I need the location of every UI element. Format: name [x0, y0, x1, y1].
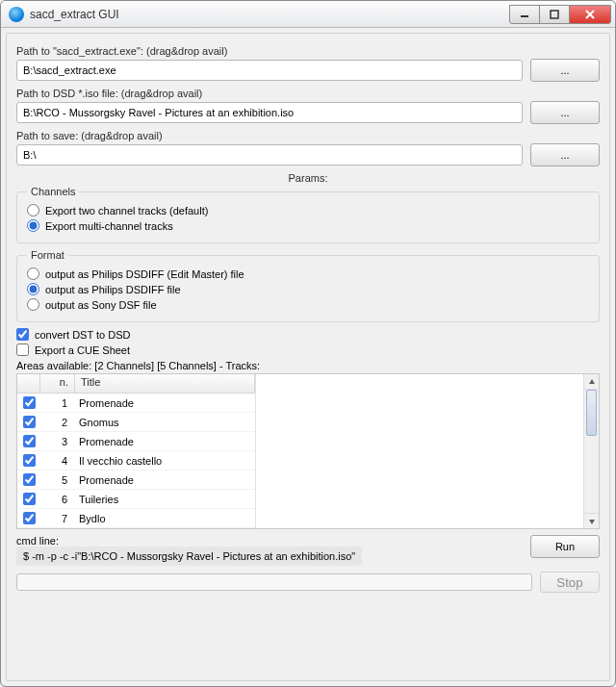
table-row[interactable]: 3Promenade — [17, 432, 255, 451]
track-number: 1 — [40, 397, 75, 409]
progress-bar — [16, 573, 532, 591]
iso-browse-button[interactable]: ... — [530, 101, 600, 124]
dst-checkbox-label: convert DST to DSD — [35, 329, 130, 341]
table-row[interactable]: 7Bydlo — [17, 509, 255, 528]
tracks-header: n. Title — [17, 374, 255, 394]
save-path-input[interactable] — [16, 144, 523, 165]
track-number: 6 — [40, 494, 75, 505]
tracks-table: n. Title 1Promenade2Gnomus3Promenade4Il … — [17, 374, 256, 528]
channels-multi-label: Export multi-channel tracks — [45, 220, 173, 232]
format-dsdiff-input[interactable] — [27, 283, 39, 295]
dst-checkbox[interactable] — [16, 328, 29, 341]
track-title: Tuileries — [75, 494, 255, 505]
format-dsdiff-edit-label: output as Philips DSDIFF (Edit Master) f… — [45, 268, 244, 280]
format-dsf-input[interactable] — [27, 298, 39, 311]
format-dsf-label: output as Sony DSF file — [45, 299, 157, 311]
exe-path-label: Path to "sacd_extract.exe": (drag&drop a… — [16, 45, 600, 57]
table-row[interactable]: 5Promenade — [17, 471, 255, 490]
track-checkbox[interactable] — [23, 396, 36, 409]
tracks-header-title[interactable]: Title — [75, 374, 255, 393]
track-checkbox[interactable] — [23, 493, 36, 505]
exe-browse-button[interactable]: ... — [530, 59, 600, 82]
svg-marker-4 — [589, 379, 595, 384]
close-icon — [584, 10, 596, 19]
iso-path-label: Path to DSD *.iso file: (drag&drop avail… — [16, 88, 600, 99]
close-button[interactable] — [569, 5, 611, 24]
track-title: Gnomus — [75, 417, 255, 428]
track-number: 4 — [40, 455, 75, 467]
scroll-track[interactable] — [584, 390, 599, 513]
channels-multi-input[interactable] — [27, 219, 39, 232]
channels-legend: Channels — [27, 186, 79, 197]
cmdline-value: $ -m -p -c -i"B:\RCO - Mussorgsky Ravel … — [16, 547, 362, 566]
cue-checkbox-label: Export a CUE Sheet — [35, 344, 130, 356]
table-row[interactable]: 6Tuileries — [17, 490, 255, 509]
track-checkbox[interactable] — [23, 435, 36, 447]
track-title: Bydlo — [75, 513, 255, 524]
track-title: Promenade — [75, 436, 255, 447]
scroll-up-arrow-icon[interactable] — [584, 374, 599, 390]
channels-group: Channels Export two channel tracks (defa… — [16, 186, 600, 243]
scroll-down-arrow-icon[interactable] — [584, 513, 599, 528]
window-buttons — [510, 5, 611, 24]
exe-path-input[interactable] — [16, 60, 523, 81]
channels-multi-radio[interactable]: Export multi-channel tracks — [27, 219, 589, 232]
format-dsdiff-edit-radio[interactable]: output as Philips DSDIFF (Edit Master) f… — [27, 267, 589, 280]
tracks-scrollbar[interactable] — [583, 374, 599, 528]
svg-rect-1 — [551, 11, 558, 18]
client-area: Path to "sacd_extract.exe": (drag&drop a… — [6, 33, 610, 681]
format-dsdiff-label: output as Philips DSDIFF file — [45, 284, 181, 295]
areas-label: Areas available: [2 Channels] [5 Channel… — [16, 360, 600, 371]
track-number: 7 — [40, 513, 75, 524]
format-dsf-radio[interactable]: output as Sony DSF file — [27, 298, 589, 311]
track-checkbox[interactable] — [23, 416, 36, 428]
track-number: 2 — [40, 417, 75, 428]
tracks-listview[interactable]: n. Title 1Promenade2Gnomus3Promenade4Il … — [16, 373, 600, 529]
minimize-icon — [520, 10, 529, 19]
scroll-thumb[interactable] — [586, 390, 597, 436]
iso-path-input[interactable] — [16, 102, 523, 123]
stop-button[interactable]: Stop — [540, 572, 600, 593]
format-legend: Format — [27, 249, 68, 261]
format-dsdiff-radio[interactable]: output as Philips DSDIFF file — [27, 283, 589, 295]
channels-two-label: Export two channel tracks (default) — [45, 205, 208, 216]
table-row[interactable]: 2Gnomus — [17, 413, 255, 432]
tracks-header-n[interactable]: n. — [40, 374, 75, 393]
channels-two-radio[interactable]: Export two channel tracks (default) — [27, 204, 589, 216]
svg-marker-5 — [589, 520, 595, 524]
track-title: Il vecchio castello — [75, 455, 255, 467]
maximize-button[interactable] — [539, 5, 570, 24]
window-title: sacd_extract GUI — [30, 8, 510, 21]
format-group: Format output as Philips DSDIFF (Edit Ma… — [16, 249, 600, 322]
cmdline-label: cmd line: — [16, 535, 523, 547]
track-checkbox[interactable] — [23, 473, 36, 486]
app-window: sacd_extract GUI Path to "sacd_extract.e… — [0, 0, 616, 687]
tracks-body: 1Promenade2Gnomus3Promenade4Il vecchio c… — [17, 394, 255, 528]
track-checkbox[interactable] — [23, 454, 36, 467]
titlebar[interactable]: sacd_extract GUI — [1, 1, 615, 28]
track-title: Promenade — [75, 474, 255, 486]
run-button[interactable]: Run — [530, 535, 600, 558]
app-icon — [9, 7, 24, 22]
tracks-header-check[interactable] — [17, 374, 40, 393]
tracks-empty-area — [256, 374, 599, 528]
save-path-label: Path to save: (drag&drop avail) — [16, 130, 600, 141]
track-title: Promenade — [75, 397, 255, 409]
dst-checkbox-row[interactable]: convert DST to DSD — [16, 328, 600, 341]
cue-checkbox-row[interactable]: Export a CUE Sheet — [16, 344, 600, 356]
table-row[interactable]: 1Promenade — [17, 394, 255, 413]
table-row[interactable]: 4Il vecchio castello — [17, 451, 255, 471]
params-label: Params: — [16, 172, 600, 184]
cue-checkbox[interactable] — [16, 344, 29, 356]
track-number: 3 — [40, 436, 75, 447]
maximize-icon — [550, 10, 559, 19]
minimize-button[interactable] — [509, 5, 540, 24]
save-browse-button[interactable]: ... — [530, 143, 600, 166]
format-dsdiff-edit-input[interactable] — [27, 267, 39, 280]
channels-two-input[interactable] — [27, 204, 39, 216]
track-number: 5 — [40, 474, 75, 486]
track-checkbox[interactable] — [23, 512, 36, 524]
